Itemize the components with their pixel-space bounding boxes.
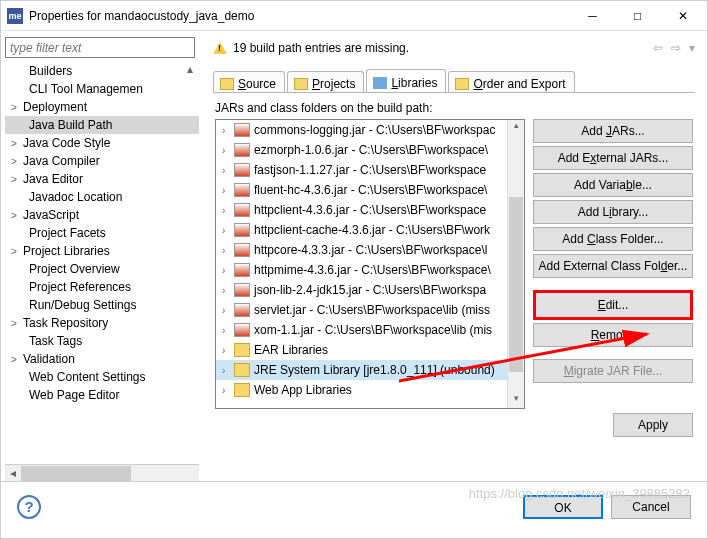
h-scrollbar[interactable]: ◂ (5, 464, 199, 481)
nav-item[interactable]: Task Tags (5, 332, 199, 350)
jar-icon (234, 243, 250, 257)
jar-icon (234, 183, 250, 197)
migrate-button: Migrate JAR File... (533, 359, 693, 383)
jar-row[interactable]: ›commons-logging.jar - C:\Users\BF\works… (216, 120, 524, 140)
jar-icon (234, 143, 250, 157)
jar-row[interactable]: ›httpmime-4.3.6.jar - C:\Users\BF\worksp… (216, 260, 524, 280)
tab-icon (220, 78, 234, 90)
filter-input[interactable] (5, 37, 195, 58)
add-jars-button[interactable]: Add JARs... (533, 119, 693, 143)
tab[interactable]: Source (213, 71, 285, 92)
window-title: Properties for mandaocustody_java_demo (29, 9, 570, 23)
jar-row[interactable]: ›JRE System Library [jre1.8.0_111] (unbo… (216, 360, 524, 380)
nav-item[interactable]: Builders (5, 62, 199, 80)
nav-item[interactable]: Run/Debug Settings (5, 296, 199, 314)
jar-row[interactable]: ›fluent-hc-4.3.6.jar - C:\Users\BF\works… (216, 180, 524, 200)
jar-icon (234, 303, 250, 317)
nav-item[interactable]: >Task Repository (5, 314, 199, 332)
nav-item[interactable]: >Validation (5, 350, 199, 368)
v-scrollbar[interactable]: ▴ ▾ (507, 120, 524, 409)
jar-row[interactable]: ›fastjson-1.1.27.jar - C:\Users\BF\works… (216, 160, 524, 180)
edit-button[interactable]: Edit... (533, 290, 693, 320)
warning-text: 19 build path entries are missing. (233, 41, 409, 55)
jar-row[interactable]: ›xom-1.1.jar - C:\Users\BF\workspace\lib… (216, 320, 524, 340)
minimize-button[interactable]: ─ (570, 1, 615, 30)
cancel-button[interactable]: Cancel (611, 495, 691, 519)
jar-icon (234, 323, 250, 337)
tab-icon (455, 78, 469, 90)
add-library-button[interactable]: Add Library... (533, 200, 693, 224)
add-class-folder-button[interactable]: Add Class Folder... (533, 227, 693, 251)
nav-item[interactable]: Project Facets (5, 224, 199, 242)
forward-icon[interactable]: ⇨ (671, 41, 681, 55)
app-icon: me (7, 8, 23, 24)
nav-item[interactable]: >Java Code Style (5, 134, 199, 152)
jar-row[interactable]: ›httpcore-4.3.3.jar - C:\Users\BF\worksp… (216, 240, 524, 260)
add-variable-button[interactable]: Add Variable... (533, 173, 693, 197)
tab[interactable]: Libraries (366, 69, 446, 92)
remove-button[interactable]: Remove (533, 323, 693, 347)
jar-icon (234, 123, 250, 137)
nav-item[interactable]: CLI Tool Managemen (5, 80, 199, 98)
nav-item[interactable]: >Project Libraries (5, 242, 199, 260)
library-icon (234, 363, 250, 377)
jars-desc: JARs and class folders on the build path… (215, 101, 693, 115)
add-external-class-folder-button[interactable]: Add External Class Folder... (533, 254, 693, 278)
jar-row[interactable]: ›EAR Libraries (216, 340, 524, 360)
library-icon (234, 383, 250, 397)
add-external-jars-button[interactable]: Add External JARs... (533, 146, 693, 170)
jar-icon (234, 223, 250, 237)
tab[interactable]: Projects (287, 71, 364, 92)
jar-row[interactable]: ›ezmorph-1.0.6.jar - C:\Users\BF\workspa… (216, 140, 524, 160)
nav-item[interactable]: Web Content Settings (5, 368, 199, 386)
ok-button[interactable]: OK (523, 495, 603, 519)
jar-row[interactable]: ›httpclient-cache-4.3.6.jar - C:\Users\B… (216, 220, 524, 240)
nav-item[interactable]: >Java Editor (5, 170, 199, 188)
jar-row[interactable]: ›Web App Libraries (216, 380, 524, 400)
jar-icon (234, 163, 250, 177)
tab[interactable]: Order and Export (448, 71, 574, 92)
jar-row[interactable]: ›servlet.jar - C:\Users\BF\workspace\lib… (216, 300, 524, 320)
jar-icon (234, 283, 250, 297)
jar-icon (234, 263, 250, 277)
nav-item[interactable]: Javadoc Location (5, 188, 199, 206)
jar-list[interactable]: ›commons-logging.jar - C:\Users\BF\works… (215, 119, 525, 409)
nav-item[interactable]: Java Build Path (5, 116, 199, 134)
jar-row[interactable]: ›json-lib-2.4-jdk15.jar - C:\Users\BF\wo… (216, 280, 524, 300)
close-button[interactable]: ✕ (660, 1, 705, 30)
nav-item[interactable]: Project References (5, 278, 199, 296)
nav-item[interactable]: >Java Compiler (5, 152, 199, 170)
help-icon[interactable]: ? (17, 495, 41, 519)
tab-icon (373, 77, 387, 89)
maximize-button[interactable]: □ (615, 1, 660, 30)
nav-item[interactable]: Project Overview (5, 260, 199, 278)
warning-icon (213, 42, 227, 54)
apply-button[interactable]: Apply (613, 413, 693, 437)
scroll-up-icon[interactable]: ▴ (183, 62, 197, 76)
back-icon[interactable]: ⇦ (653, 41, 663, 55)
jar-row[interactable]: ›httpclient-4.3.6.jar - C:\Users\BF\work… (216, 200, 524, 220)
library-icon (234, 343, 250, 357)
dropdown-icon[interactable]: ▾ (689, 41, 695, 55)
nav-item[interactable]: Web Page Editor (5, 386, 199, 404)
nav-item[interactable]: >Deployment (5, 98, 199, 116)
tab-icon (294, 78, 308, 90)
nav-tree[interactable]: BuildersCLI Tool Managemen>DeploymentJav… (5, 62, 199, 464)
jar-icon (234, 203, 250, 217)
nav-item[interactable]: >JavaScript (5, 206, 199, 224)
